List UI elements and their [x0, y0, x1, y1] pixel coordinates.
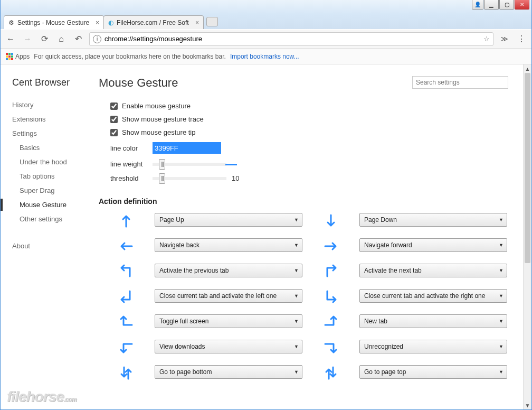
gesture-left-up-icon: [110, 314, 142, 330]
brand-title: Cent Browser: [12, 77, 90, 88]
bookmarks-bar: Apps For quick access, place your bookma…: [1, 49, 531, 64]
gesture-right-down-icon: [315, 340, 347, 356]
threshold-slider[interactable]: [153, 177, 226, 180]
back-button[interactable]: ←: [5, 33, 16, 45]
sidebar-item[interactable]: Super Drag: [12, 183, 90, 198]
bookmarks-hint: For quick access, place your bookmarks h…: [34, 53, 226, 60]
import-bookmarks-link[interactable]: Import bookmarks now...: [230, 53, 299, 60]
scroll-thumb[interactable]: [525, 73, 530, 263]
action-select[interactable]: Go to page bottom: [155, 365, 302, 379]
checkbox-row[interactable]: Enable mouse gesture: [99, 99, 508, 113]
menu-button[interactable]: ⋮: [516, 33, 527, 45]
action-select[interactable]: Toggle full screen: [155, 314, 302, 328]
home-button[interactable]: ⌂: [55, 33, 67, 45]
sidebar-item[interactable]: Mouse Gesture: [12, 198, 90, 212]
gesture-down-icon: [315, 213, 347, 229]
checkbox-row[interactable]: Show mouse gesture tip: [99, 126, 508, 139]
action-select[interactable]: New tab: [359, 314, 507, 328]
forward-button[interactable]: →: [22, 33, 33, 45]
sidebar-item[interactable]: Under the hood: [12, 155, 90, 169]
site-info-icon[interactable]: i: [93, 35, 101, 43]
action-select[interactable]: Activate the previous tab: [155, 264, 302, 277]
spinner-icon: ◐: [108, 19, 113, 26]
sidebar-item[interactable]: About: [12, 239, 90, 253]
checkbox-label: Show mouse gesture tip: [122, 128, 195, 136]
gesture-left-icon: [110, 238, 142, 254]
action-select[interactable]: Page Down: [359, 213, 507, 227]
apps-button[interactable]: Apps: [6, 53, 30, 60]
checkbox-row[interactable]: Show mouse gesture trace: [99, 113, 508, 126]
star-icon[interactable]: ☆: [483, 35, 490, 43]
gesture-right-icon: [315, 238, 347, 254]
gesture-down-left-icon: [110, 289, 142, 305]
nav-toolbar: ← → ⟳ ⌂ ↶ i ☆ ≫ ⋮: [1, 30, 531, 49]
tab-title: Settings - Mouse Gesture: [17, 19, 92, 26]
tab-close-icon[interactable]: ×: [195, 19, 199, 26]
line-color-input[interactable]: 3399FF: [153, 142, 221, 154]
line-weight-label: line weight: [110, 160, 147, 168]
checkbox[interactable]: [110, 129, 118, 136]
action-select[interactable]: Navigate forward: [359, 238, 507, 252]
action-select[interactable]: Go to page top: [359, 365, 507, 379]
threshold-value: 10: [232, 174, 239, 182]
gesture-left-down-icon: [110, 340, 142, 356]
scroll-down-icon[interactable]: ▼: [524, 401, 531, 409]
sidebar-item[interactable]: Settings: [12, 126, 90, 141]
sidebar-item[interactable]: Tab options: [12, 169, 90, 183]
user-button[interactable]: 👤: [472, 0, 483, 10]
browser-tab[interactable]: ◐ FileHorse.com / Free Soft ×: [103, 15, 204, 29]
action-select[interactable]: Activate the next tab: [359, 264, 507, 277]
checkbox-label: Enable mouse gesture: [122, 102, 191, 110]
action-select[interactable]: View downloads: [155, 340, 302, 353]
tab-strip: ⚙ Settings - Mouse Gesture × ◐ FileHorse…: [1, 14, 531, 29]
tab-close-icon[interactable]: ×: [96, 19, 99, 26]
gesture-up-icon: [110, 213, 142, 229]
action-select[interactable]: Page Up: [155, 213, 302, 227]
sidebar-item[interactable]: Extensions: [12, 112, 90, 126]
browser-tab[interactable]: ⚙ Settings - Mouse Gesture ×: [4, 15, 104, 29]
checkbox-label: Show mouse gesture trace: [122, 115, 204, 123]
settings-main: Mouse Gesture Enable mouse gestureShow m…: [90, 64, 523, 409]
chevron-double-icon[interactable]: ≫: [499, 33, 510, 45]
reload-button[interactable]: ⟳: [39, 33, 50, 45]
settings-sidebar: Cent Browser HistoryExtensionsSettingsBa…: [1, 64, 90, 409]
page-title: Mouse Gesture: [99, 76, 178, 90]
sidebar-item[interactable]: Other settings: [12, 212, 90, 226]
threshold-label: threshold: [110, 174, 147, 182]
tab-title: FileHorse.com / Free Soft: [117, 19, 192, 26]
action-definition-heading: Action definition: [99, 197, 508, 206]
action-select[interactable]: Close current tab and activate the left …: [155, 289, 302, 303]
sidebar-item[interactable]: History: [12, 98, 90, 112]
line-weight-slider[interactable]: [153, 163, 226, 166]
url-input[interactable]: [104, 35, 480, 43]
close-button[interactable]: ✕: [515, 0, 529, 10]
minimize-button[interactable]: ▁: [484, 0, 499, 10]
action-select[interactable]: Close current tab and activate the right…: [359, 289, 507, 303]
checkbox[interactable]: [110, 116, 118, 123]
gesture-right-up-icon: [315, 314, 347, 330]
address-bar[interactable]: i ☆: [89, 32, 493, 46]
vertical-scrollbar[interactable]: ▲ ▼: [523, 64, 531, 409]
apps-label: Apps: [15, 53, 30, 60]
gear-icon: ⚙: [8, 19, 14, 26]
action-select[interactable]: Unrecognized: [359, 340, 507, 353]
gesture-down-right-icon: [315, 289, 347, 305]
line-color-label: line color: [110, 144, 147, 152]
checkbox[interactable]: [110, 102, 118, 110]
gesture-down-up-icon: [110, 365, 142, 381]
action-select[interactable]: Navigate back: [155, 238, 302, 252]
new-tab-button[interactable]: [206, 17, 218, 26]
gesture-up-down-icon: [315, 365, 347, 381]
sidebar-item[interactable]: Basics: [12, 141, 90, 155]
window-titlebar: 👤 ▁ ▢ ✕: [1, 0, 531, 15]
search-settings-input[interactable]: [412, 76, 508, 89]
undo-close-button[interactable]: ↶: [72, 33, 84, 45]
scroll-up-icon[interactable]: ▲: [524, 64, 531, 73]
maximize-button[interactable]: ▢: [499, 0, 514, 10]
gesture-up-left-icon: [110, 264, 142, 279]
gesture-up-right-icon: [315, 264, 347, 279]
apps-grid-icon: [6, 53, 13, 60]
